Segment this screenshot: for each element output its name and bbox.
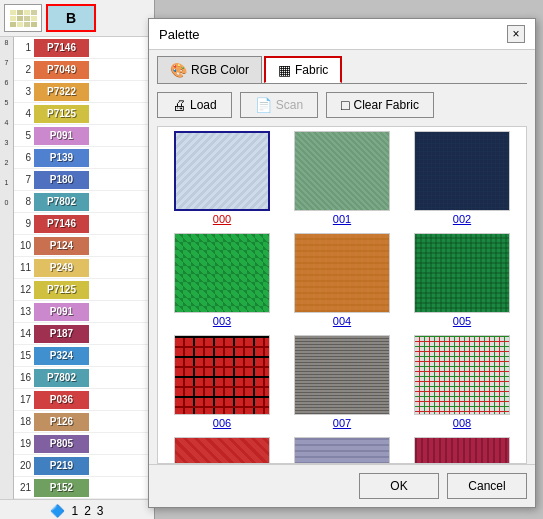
fabric-icon: ▦ — [278, 62, 291, 78]
fabric-item-partial[interactable] — [166, 437, 278, 464]
fabric-grid-area[interactable]: 000 001 002 003 004 005 006 007 008 — [157, 126, 527, 464]
b-label[interactable]: B — [46, 4, 96, 32]
fabric-label: 005 — [453, 315, 471, 327]
scan-button[interactable]: 📄 Scan — [240, 92, 318, 118]
color-row[interactable]: 8 P7802 — [14, 191, 154, 213]
color-row[interactable]: 19 P805 — [14, 433, 154, 455]
clear-fabric-button[interactable]: □ Clear Fabric — [326, 92, 434, 118]
color-row[interactable]: 4 P7125 — [14, 103, 154, 125]
dialog-tabs: 🎨 RGB Color ▦ Fabric — [149, 50, 535, 83]
ruler-mark-5: 5 — [0, 99, 13, 119]
fabric-item[interactable]: 008 — [406, 335, 518, 429]
fabric-thumbnail — [414, 131, 510, 211]
ruler-mark-4: 4 — [0, 119, 13, 139]
color-row[interactable]: 11 P249 — [14, 257, 154, 279]
small-icon — [4, 4, 42, 32]
color-row[interactable]: 3 P7322 — [14, 81, 154, 103]
color-swatch: P7125 — [34, 105, 89, 123]
dialog-title: Palette — [159, 27, 199, 42]
tab-fabric-label: Fabric — [295, 63, 328, 77]
row-number: 16 — [14, 372, 34, 383]
tab-fabric[interactable]: ▦ Fabric — [264, 56, 342, 83]
color-swatch: P139 — [34, 149, 89, 167]
color-swatch: P7322 — [34, 83, 89, 101]
scan-icon: 📄 — [255, 97, 272, 113]
load-button[interactable]: 🖨 Load — [157, 92, 232, 118]
color-row[interactable]: 20 P219 — [14, 455, 154, 477]
fabric-item[interactable]: 004 — [286, 233, 398, 327]
page-num-2: 2 — [84, 504, 91, 518]
color-row[interactable]: 9 P7146 — [14, 213, 154, 235]
ruler-mark-2: 2 — [0, 159, 13, 179]
tab-rgb[interactable]: 🎨 RGB Color — [157, 56, 262, 83]
row-number: 7 — [14, 174, 34, 185]
fabric-thumbnail — [414, 233, 510, 313]
clear-icon: □ — [341, 97, 349, 113]
fabric-label: 001 — [333, 213, 351, 225]
color-row[interactable]: 14 P187 — [14, 323, 154, 345]
row-number: 12 — [14, 284, 34, 295]
rgb-icon: 🎨 — [170, 62, 187, 78]
row-number: 14 — [14, 328, 34, 339]
fabric-item[interactable]: 003 — [166, 233, 278, 327]
color-row[interactable]: 7 P180 — [14, 169, 154, 191]
fabric-thumbnail — [294, 233, 390, 313]
dialog-titlebar: Palette × — [149, 19, 535, 50]
ok-button[interactable]: OK — [359, 473, 439, 499]
ruler-mark-6: 6 — [0, 79, 13, 99]
color-row[interactable]: 18 P126 — [14, 411, 154, 433]
color-swatch: P7802 — [34, 369, 89, 387]
color-swatch: P7802 — [34, 193, 89, 211]
row-number: 20 — [14, 460, 34, 471]
color-row[interactable]: 16 P7802 — [14, 367, 154, 389]
row-number: 3 — [14, 86, 34, 97]
color-row[interactable]: 5 P091 — [14, 125, 154, 147]
color-row[interactable]: 1 P7146 — [14, 37, 154, 59]
color-swatch: P249 — [34, 259, 89, 277]
color-swatch: P7125 — [34, 281, 89, 299]
ruler-area: 8 7 6 5 4 3 2 1 0 1 P7146 2 P7049 3 P732… — [0, 37, 154, 499]
fabric-thumbnail — [174, 335, 270, 415]
color-row[interactable]: 21 P152 — [14, 477, 154, 499]
fabric-grid: 000 001 002 003 004 005 006 007 008 — [166, 131, 518, 464]
fabric-item[interactable]: 002 — [406, 131, 518, 225]
fabric-thumbnail — [294, 335, 390, 415]
row-number: 5 — [14, 130, 34, 141]
fabric-item[interactable]: 001 — [286, 131, 398, 225]
fabric-label: 003 — [213, 315, 231, 327]
color-row[interactable]: 15 P324 — [14, 345, 154, 367]
color-swatch: P219 — [34, 457, 89, 475]
color-swatch: P7146 — [34, 39, 89, 57]
color-row[interactable]: 2 P7049 — [14, 59, 154, 81]
color-row[interactable]: 10 P124 — [14, 235, 154, 257]
fabric-item[interactable]: 000 — [166, 131, 278, 225]
color-swatch: P152 — [34, 479, 89, 497]
dialog-footer: OK Cancel — [149, 464, 535, 507]
ruler-mark-7: 7 — [0, 59, 13, 79]
fabric-item-partial[interactable] — [286, 437, 398, 464]
cancel-button[interactable]: Cancel — [447, 473, 527, 499]
fabric-item[interactable]: 005 — [406, 233, 518, 327]
fabric-thumbnail-partial — [174, 437, 270, 464]
fabric-thumbnail — [174, 131, 270, 211]
fabric-thumbnail-partial — [414, 437, 510, 464]
fabric-label: 006 — [213, 417, 231, 429]
row-number: 21 — [14, 482, 34, 493]
row-number: 13 — [14, 306, 34, 317]
color-list: 1 P7146 2 P7049 3 P7322 4 P7125 5 P091 6… — [14, 37, 154, 499]
close-button[interactable]: × — [507, 25, 525, 43]
fabric-item[interactable]: 006 — [166, 335, 278, 429]
color-swatch: P324 — [34, 347, 89, 365]
row-number: 15 — [14, 350, 34, 361]
left-panel: B 8 7 6 5 4 3 2 1 0 1 P7146 2 P7049 3 P7… — [0, 0, 155, 519]
color-row[interactable]: 17 P036 — [14, 389, 154, 411]
row-number: 18 — [14, 416, 34, 427]
row-number: 10 — [14, 240, 34, 251]
color-row[interactable]: 12 P7125 — [14, 279, 154, 301]
ruler-mark-1: 1 — [0, 179, 13, 199]
fabric-item[interactable]: 007 — [286, 335, 398, 429]
color-row[interactable]: 13 P091 — [14, 301, 154, 323]
color-row[interactable]: 6 P139 — [14, 147, 154, 169]
fabric-item-partial[interactable] — [406, 437, 518, 464]
color-swatch: P124 — [34, 237, 89, 255]
